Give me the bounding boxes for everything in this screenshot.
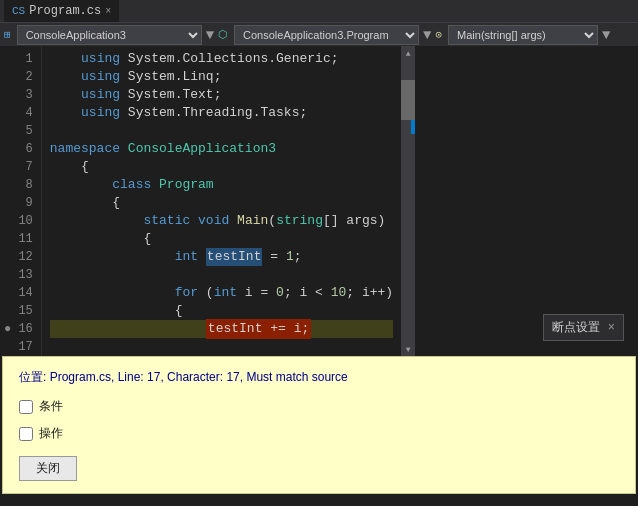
- code-line-10: static void Main(string[] args): [50, 212, 393, 230]
- code-line-7: {: [50, 158, 393, 176]
- title-bar: CS Program.cs ×: [0, 0, 638, 22]
- nav-bar: ⊞ ConsoleApplication3 ▼ ⬡ ConsoleApplica…: [0, 22, 638, 46]
- action-checkbox[interactable]: [19, 427, 33, 441]
- code-line-11: {: [50, 230, 393, 248]
- condition-row: 条件: [19, 398, 619, 415]
- bp-panel-label: 断点设置: [552, 319, 600, 336]
- code-line-4: using System.Threading.Tasks;: [50, 104, 393, 122]
- code-line-6: namespace ConsoleApplication3: [50, 140, 393, 158]
- code-line-17: [50, 338, 393, 356]
- file-tab[interactable]: CS Program.cs ×: [4, 0, 119, 22]
- bp-panel-close-button[interactable]: ×: [608, 321, 615, 335]
- info-title-text: 位置: Program.cs, Line: 17, Character: 17,…: [19, 370, 348, 384]
- editor-wrapper: 1 2 3 4 5 ⊟ 6 7 ⊟ 8 9 ⊟ 10 11 12 13 ⊟: [0, 46, 638, 356]
- code-content[interactable]: using System.Collections.Generic; using …: [42, 46, 401, 356]
- tab-close-button[interactable]: ×: [105, 6, 111, 17]
- condition-checkbox[interactable]: [19, 400, 33, 414]
- nav-expand-icon: ▼: [602, 27, 610, 43]
- code-line-12: int testInt = 1;: [50, 248, 393, 266]
- code-line-16: testInt += i;: [50, 320, 393, 338]
- line-numbers: 1 2 3 4 5 ⊟ 6 7 ⊟ 8 9 ⊟ 10 11 12 13 ⊟: [0, 46, 42, 356]
- scroll-up-button[interactable]: ▲: [401, 46, 415, 60]
- code-line-14: for (int i = 0; i < 10; i++): [50, 284, 393, 302]
- action-label: 操作: [39, 425, 63, 442]
- project-selector[interactable]: ConsoleApplication3: [17, 25, 202, 45]
- tab-filename: Program.cs: [29, 4, 101, 18]
- nav-icon-class: ⬡: [218, 28, 228, 41]
- code-line-3: using System.Text;: [50, 86, 393, 104]
- nav-separator1: ▼: [206, 27, 214, 43]
- breakpoint-panel: 断点设置 ×: [543, 314, 624, 341]
- code-editor[interactable]: 1 2 3 4 5 ⊟ 6 7 ⊟ 8 9 ⊟ 10 11 12 13 ⊟: [0, 46, 401, 356]
- breakpoint-scroll-marker: [411, 120, 415, 134]
- bottom-code-area: }: [0, 494, 638, 506]
- nav-separator2: ▼: [423, 27, 431, 43]
- scroll-thumb[interactable]: [401, 80, 415, 120]
- tab-icon: CS: [12, 5, 25, 17]
- vertical-scrollbar[interactable]: ▲ ▼: [401, 46, 415, 356]
- code-line-15: {: [50, 302, 393, 320]
- code-line-2: using System.Linq;: [50, 68, 393, 86]
- code-line-1: using System.Collections.Generic;: [50, 50, 393, 68]
- info-title: 位置: Program.cs, Line: 17, Character: 17,…: [19, 369, 619, 386]
- code-line-5: [50, 122, 393, 140]
- close-button[interactable]: 关闭: [19, 456, 77, 481]
- code-line-8: class Program: [50, 176, 393, 194]
- breakpoint-settings-box: 位置: Program.cs, Line: 17, Character: 17,…: [2, 356, 636, 494]
- member-selector[interactable]: Main(string[] args): [448, 25, 598, 45]
- condition-label: 条件: [39, 398, 63, 415]
- scroll-track[interactable]: [401, 60, 415, 342]
- action-row: 操作: [19, 425, 619, 442]
- nav-icon-member: ⊙: [435, 28, 442, 41]
- nav-icon-cs: ⊞: [4, 28, 11, 41]
- code-line-13: [50, 266, 393, 284]
- class-selector[interactable]: ConsoleApplication3.Program: [234, 25, 419, 45]
- scroll-down-button[interactable]: ▼: [401, 342, 415, 356]
- code-line-9: {: [50, 194, 393, 212]
